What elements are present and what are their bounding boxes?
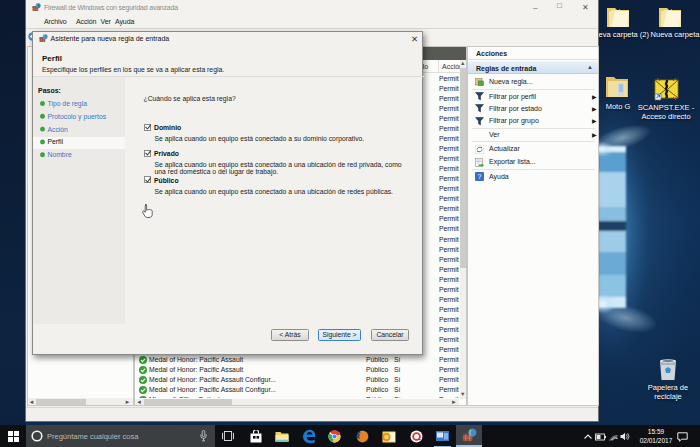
svg-text:?: ? bbox=[478, 173, 482, 180]
